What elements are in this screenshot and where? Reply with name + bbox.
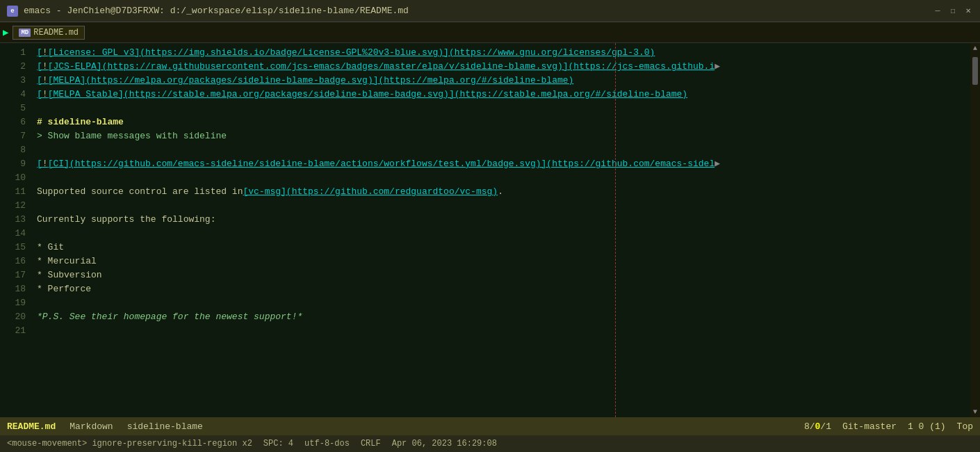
md-badge: MD [19,29,31,37]
status-spc: SPC: 4 [263,439,293,449]
code-area[interactable]: [![License: GPL v3](https://img.shields.… [31,43,970,417]
code-text: [![JCS-ELPA](https://raw.githubuserconte… [37,60,714,74]
status-bar-2: <mouse-movement> ignore-preserving-kill-… [0,435,980,452]
code-text: * Perforce [37,282,91,296]
code-line-9: [![CI](https://github.com/emacs-sideline… [37,157,965,171]
scrollbar[interactable]: ▲ ▼ [970,43,980,417]
line-number: 1 [6,46,26,60]
line-number: 9 [6,157,26,171]
minimize-button[interactable]: ─ [933,6,942,16]
code-text: [![MELPA](https://melpa.org/packages/sid… [37,74,573,88]
status-line-col: 1 0 (1) [908,421,946,432]
line-number: 7 [6,129,26,143]
line-number: 2 [6,60,26,74]
code-line-8 [37,143,965,157]
code-line-11: Supported source control are listed in [… [37,185,965,199]
tab-bar: ▶ MD README.md [0,22,980,43]
line-number: 11 [6,185,26,199]
line-number: 5 [6,102,26,115]
line-number: 21 [6,324,26,338]
code-line-15: * Git [37,241,965,255]
close-button[interactable]: ✕ [963,6,973,16]
line-numbers: 1 2 3 4 5 6 7 8 9 10 11 12 13 14 15 16 1… [0,43,31,417]
line-number: 4 [6,88,26,102]
line-number: 15 [6,241,26,255]
code-text: * Subversion [37,268,102,282]
active-tab[interactable]: MD README.md [13,26,85,40]
code-line-5 [37,102,965,115]
status-plugin: sideline-blame [127,421,203,432]
line-number: 8 [6,143,26,157]
status-top: Top [957,421,973,432]
pos-post: /1 [820,421,831,432]
line-number: 16 [6,255,26,268]
scroll-up-arrow[interactable]: ▲ [972,43,979,54]
line-number: 19 [6,296,26,310]
status-date: Apr 06, 2023 16:29:08 [392,439,497,449]
code-text: [![CI](https://github.com/emacs-sideline… [37,157,714,171]
window-title: emacs - JenChieh@D7D3FRXW: d:/_workspace… [24,6,409,16]
cursor-arrow: ▶ [3,26,8,38]
editor: 1 2 3 4 5 6 7 8 9 10 11 12 13 14 15 16 1… [0,43,980,417]
code-text: [![MELPA Stable](https://stable.melpa.or… [37,88,687,102]
code-line-21 [37,324,965,338]
code-line-7: > Show blame messages with sideline [37,129,965,143]
status-filename: README.md [7,421,56,432]
line-number: 18 [6,282,26,296]
tab-filename: README.md [33,28,79,38]
status-encoding: utf-8-dos [304,439,350,449]
scroll-thumb[interactable] [972,57,978,85]
code-text: * Mercurial [37,255,97,268]
code-text: [![License: GPL v3](https://img.shields.… [37,46,655,60]
code-text: Supported source control are listed in [37,185,243,199]
app-icon: e [7,6,18,17]
line-number: 13 [6,213,26,227]
code-line-6: # sideline-blame [37,115,965,129]
status-git: Git-master [842,421,897,432]
title-bar: e emacs - JenChieh@D7D3FRXW: d:/_workspa… [0,0,980,22]
code-line-18: * Perforce [37,282,965,296]
code-text: * Git [37,241,64,255]
line-number: 20 [6,310,26,324]
code-line-10 [37,171,965,185]
code-text: > Show blame messages with sideline [37,129,227,143]
line-number: 17 [6,268,26,282]
status-command: <mouse-movement> ignore-preserving-kill-… [7,439,252,449]
code-line-2: [![JCS-ELPA](https://raw.githubuserconte… [37,60,965,74]
code-text: *P.S. See their homepage for the newest … [37,310,302,324]
code-text: . [498,185,503,199]
status-bar-1: README.md Markdown sideline-blame 8/0/1 … [0,417,980,435]
code-line-16: * Mercurial [37,255,965,268]
code-link: [vc-msg](https://github.com/redguardtoo/… [243,185,498,199]
code-line-14 [37,227,965,241]
code-text: Currently supports the following: [37,213,215,227]
line-number: 3 [6,74,26,88]
status-position: 8/0/1 Git-master 1 0 (1) Top [804,421,973,432]
window-controls: ─ □ ✕ [933,6,973,16]
scroll-track[interactable] [972,54,979,407]
maximize-button[interactable]: □ [948,6,958,16]
line-number: 10 [6,171,26,185]
code-line-13: Currently supports the following: [37,213,965,227]
code-line-20: *P.S. See their homepage for the newest … [37,310,965,324]
pos-pre: 8/ [804,421,815,432]
status-mode: Markdown [70,421,113,432]
code-line-1: [![License: GPL v3](https://img.shields.… [37,46,965,60]
line-number: 12 [6,199,26,213]
scroll-down-arrow[interactable]: ▼ [972,407,979,417]
code-line-3: [![MELPA](https://melpa.org/packages/sid… [37,74,965,88]
status-pos-info: 8/0/1 [804,421,831,432]
code-line-19 [37,296,965,310]
code-line-17: * Subversion [37,268,965,282]
status-line-ending: CRLF [361,439,381,449]
line-number: 6 [6,115,26,129]
line-number: 14 [6,227,26,241]
code-line-12 [37,199,965,213]
code-line-4: [![MELPA Stable](https://stable.melpa.or… [37,88,965,102]
code-text: # sideline-blame [37,115,124,129]
